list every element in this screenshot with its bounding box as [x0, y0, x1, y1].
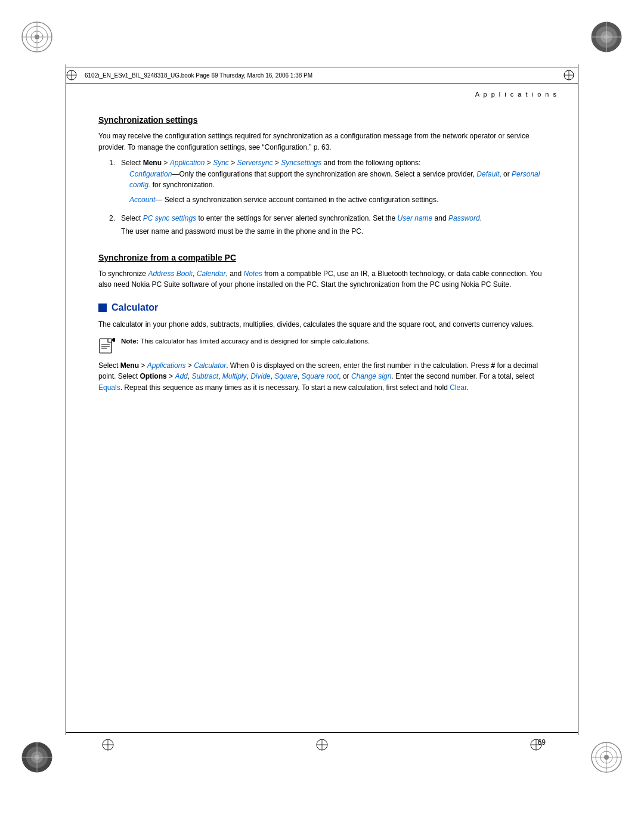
calc-body-divide: Divide [250, 372, 270, 380]
step2-text: Select PC sync settings to enter the set… [121, 214, 482, 222]
deco-corner-tl [21, 21, 54, 56]
calc-body-middle3: . Enter the second number. For a total, … [391, 372, 534, 380]
sync-from-pc-heading: Synchronize from a compatible PC [98, 253, 552, 262]
section-label: A p p l i c a t i o n s [475, 91, 558, 98]
header-bar: 6102i_EN_ESv1_BIL_9248318_UG.book Page 6… [66, 67, 578, 83]
calc-body-prefix: Select [98, 361, 120, 370]
reg-mark-bottom-left [101, 738, 114, 754]
config-term: Configuration [129, 170, 172, 178]
calc-body-subtract: Subtract [191, 372, 218, 380]
step2-pcsync: PC sync settings [143, 214, 196, 222]
calc-body-sep1: > [139, 361, 147, 370]
note-icon [98, 337, 115, 354]
step1-app: Application [170, 159, 205, 167]
note-box: Note: This calculator has limited accura… [98, 336, 552, 354]
step1-server: Serversync [237, 159, 273, 167]
list-num-2: 2. [109, 213, 117, 242]
sync-settings-intro: You may receive the configuration settin… [98, 131, 552, 153]
step1-text: Select Menu > Application > Sync > Serve… [121, 159, 420, 167]
page-container: 6102i_EN_ESv1_BIL_9248318_UG.book Page 6… [0, 0, 644, 833]
step2-suffix: . [480, 214, 482, 222]
sync-sep1: , [193, 270, 197, 278]
calc-body-clear: Clear [450, 383, 466, 392]
sync-sep2: , and [225, 270, 243, 278]
calc-body-options: Options [140, 372, 166, 380]
account-desc: Select a synchronization service account… [162, 196, 438, 204]
config-suffix: for synchronization. [150, 181, 214, 189]
step1-sep4: > [273, 159, 281, 167]
calc-body-suffix: . [466, 383, 468, 392]
step2-password: Password [448, 214, 480, 222]
sub-para-config: Configuration—Only the configurations th… [129, 169, 552, 191]
calc-body-menu: Menu [120, 361, 139, 370]
step1-sep3: > [229, 159, 237, 167]
deco-corner-tr [590, 21, 623, 56]
calculator-body: Select Menu > Applications > Calculator.… [98, 360, 552, 394]
step2-select: Select [121, 214, 143, 222]
list-item-1-content: Select Menu > Application > Sync > Serve… [121, 157, 552, 209]
config-or: , or [499, 170, 512, 178]
config-dash: — [172, 170, 179, 178]
step1-suffix: and from the following options: [321, 159, 420, 167]
calc-body-sep2: > [185, 361, 194, 370]
sub-para-account: Account— Select a synchronization servic… [129, 194, 552, 206]
step1-sep2: > [205, 159, 213, 167]
svg-point-34 [112, 338, 115, 342]
numbered-list: 1. Select Menu > Application > Sync > Se… [109, 157, 552, 242]
main-content: Synchronization settings You may receive… [98, 104, 552, 723]
calc-body-middle: . When 0 is displayed on the screen, ent… [226, 361, 491, 370]
reg-mark-bottom-center [315, 738, 329, 754]
calc-body-add: Add [175, 372, 187, 380]
sync-settings-heading: Synchronization settings [98, 115, 552, 125]
step2-and: and [432, 214, 448, 222]
step2-middle: to enter the settings for server alerted… [196, 214, 398, 222]
account-term: Account [129, 196, 155, 204]
note-label: Note: [121, 337, 138, 345]
svg-rect-30 [100, 339, 112, 353]
calculator-heading-text: Calculator [112, 302, 158, 313]
deco-corner-bl [21, 741, 54, 776]
reg-mark-bottom-right [530, 738, 543, 754]
left-border [66, 64, 66, 735]
step1-sync: Sync [213, 159, 229, 167]
calc-comma2: , [218, 372, 222, 380]
list-item-1: 1. Select Menu > Application > Sync > Se… [109, 157, 552, 209]
sync-addressbook: Address Book [148, 270, 193, 278]
list-item-2-content: Select PC sync settings to enter the set… [121, 213, 552, 242]
calc-body-sep3: > [167, 372, 175, 380]
calculator-heading-square [98, 304, 107, 312]
calc-body-equals: Equals [98, 383, 120, 392]
sync-calendar: Calendar [197, 270, 226, 278]
calc-body-calc: Calculator [194, 361, 226, 370]
list-num-1: 1. [109, 157, 117, 209]
sync-from-pc-body: To synchronize Address Book, Calendar, a… [98, 268, 552, 290]
note-body: This calculator has limited accuracy and… [138, 337, 370, 345]
step2-note: The user name and password must be the s… [121, 226, 552, 237]
calculator-heading-area: Calculator [98, 302, 552, 313]
step1-sep1: > [162, 159, 170, 167]
note-text-content: Note: This calculator has limited accura… [121, 336, 370, 346]
config-desc: Only the configurations that support the… [179, 170, 476, 178]
calc-body-middle4: . Repeat this sequence as many times as … [120, 383, 450, 392]
calc-body-apps: Applications [147, 361, 186, 370]
sync-intro-prefix: To synchronize [98, 270, 148, 278]
bottom-rule [66, 732, 578, 733]
file-info-text: 6102i_EN_ESv1_BIL_9248318_UG.book Page 6… [81, 72, 312, 79]
deco-corner-br [590, 741, 623, 776]
calc-body-square: Square [274, 372, 298, 380]
calc-comma6: , or [339, 372, 351, 380]
step1-syncsettings: Syncsettings [281, 159, 321, 167]
account-dash: — [155, 196, 162, 204]
calc-body-multiply: Multiply [222, 372, 247, 380]
calc-body-changesign: Change sign [351, 372, 391, 380]
sync-notes: Notes [244, 270, 262, 278]
step1-menu: Menu [143, 159, 162, 167]
list-item-2: 2. Select PC sync settings to enter the … [109, 213, 552, 242]
calculator-intro: The calculator in your phone adds, subtr… [98, 319, 552, 330]
calc-comma5: , [298, 372, 302, 380]
right-border [578, 64, 578, 735]
step2-username: User name [398, 214, 433, 222]
config-default: Default [476, 170, 499, 178]
calc-body-squareroot: Square root [302, 372, 339, 380]
step1-select: Select [121, 159, 143, 167]
